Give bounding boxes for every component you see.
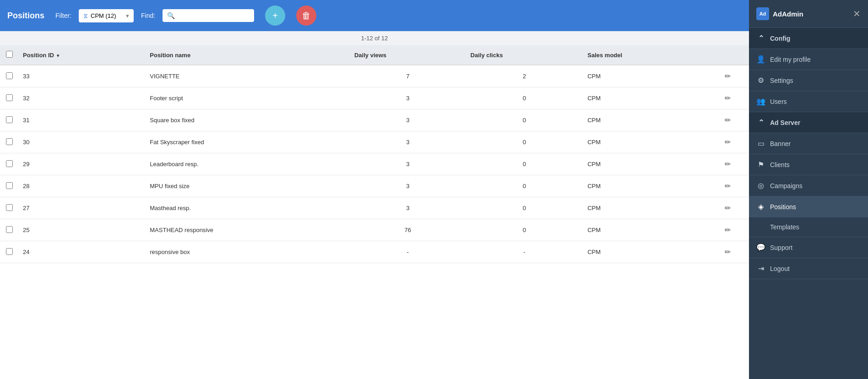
cell-position-id: 29 — [18, 153, 145, 175]
row-checkbox[interactable] — [6, 116, 13, 123]
cell-position-name: Footer script — [145, 87, 350, 109]
sidebar-item-support[interactable]: 💬 Support — [749, 237, 868, 258]
settings-icon: ⚙ — [756, 76, 765, 85]
cell-position-name: responsive box — [145, 241, 350, 263]
row-checkbox[interactable] — [6, 72, 13, 79]
sidebar-section-label: Config — [770, 35, 790, 42]
sort-arrow-icon: ▾ — [57, 53, 59, 58]
sidebar-close-button[interactable]: ✕ — [853, 9, 861, 18]
support-icon: 💬 — [756, 243, 765, 252]
edit-profile-icon: 👤 — [756, 55, 765, 64]
cell-edit[interactable]: ✏ — [706, 65, 749, 87]
chevron-down-icon: ▾ — [126, 12, 129, 19]
sidebar-item-banner[interactable]: ▭ Banner — [749, 133, 868, 154]
cell-position-id: 24 — [18, 241, 145, 263]
cell-edit[interactable]: ✏ — [706, 219, 749, 241]
cell-edit[interactable]: ✏ — [706, 131, 749, 153]
cell-sales-model: CPM — [583, 131, 706, 153]
cell-position-id: 30 — [18, 131, 145, 153]
table-body: 33 VIGNETTE 7 2 CPM ✏ 32 Footer script 3… — [0, 65, 749, 263]
sidebar-header-left: Ad AdAdmin — [756, 7, 803, 20]
filter-dropdown[interactable]: ⧖ CPM (12) ▾ — [79, 9, 134, 22]
cell-sales-model: CPM — [583, 109, 706, 131]
config-icon: ⌃ — [756, 34, 765, 43]
sidebar-item-clients[interactable]: ⚑ Clients — [749, 154, 868, 175]
cell-edit[interactable]: ✏ — [706, 109, 749, 131]
cell-edit[interactable]: ✏ — [706, 197, 749, 219]
cell-position-id: 33 — [18, 65, 145, 87]
edit-icon[interactable]: ✏ — [725, 72, 731, 80]
edit-icon[interactable]: ✏ — [725, 94, 731, 102]
cell-sales-model: CPM — [583, 65, 706, 87]
row-checkbox[interactable] — [6, 138, 13, 145]
cell-daily-views: 3 — [350, 109, 466, 131]
cell-position-name: Fat Skyscraper fixed — [145, 131, 350, 153]
cell-daily-views: 76 — [350, 219, 466, 241]
cell-daily-views: 3 — [350, 153, 466, 175]
search-input[interactable] — [178, 12, 250, 19]
cell-daily-clicks: 0 — [466, 153, 583, 175]
row-checkbox[interactable] — [6, 94, 13, 101]
edit-icon[interactable]: ✏ — [725, 248, 731, 256]
sidebar-header: Ad AdAdmin ✕ — [749, 0, 868, 28]
ad-server-icon: ⌃ — [756, 118, 765, 127]
cell-position-id: 31 — [18, 109, 145, 131]
cell-daily-clicks: 2 — [466, 65, 583, 87]
row-checkbox[interactable] — [6, 204, 13, 211]
row-checkbox-cell — [0, 219, 18, 241]
cell-sales-model: CPM — [583, 241, 706, 263]
th-position-id[interactable]: Position ID ▾ — [18, 45, 145, 65]
cell-sales-model: CPM — [583, 153, 706, 175]
sidebar-item-label: Clients — [770, 161, 790, 168]
sidebar-item-users[interactable]: 👥 Users — [749, 91, 868, 112]
cell-sales-model: CPM — [583, 87, 706, 109]
sidebar-items-container: ⌃ Config 👤 Edit my profile ⚙ Settings 👥 … — [749, 28, 868, 279]
sidebar-item-label: Positions — [770, 203, 796, 211]
sidebar-item-templates[interactable]: Templates — [749, 217, 868, 237]
cell-daily-clicks: 0 — [466, 175, 583, 197]
edit-icon[interactable]: ✏ — [725, 116, 731, 124]
cell-edit[interactable]: ✏ — [706, 175, 749, 197]
edit-icon[interactable]: ✏ — [725, 204, 731, 212]
row-checkbox[interactable] — [6, 182, 13, 189]
delete-button[interactable]: 🗑 — [296, 5, 316, 26]
sidebar-item-label: Campaigns — [770, 182, 803, 190]
sidebar-section-ad-server[interactable]: ⌃ Ad Server — [749, 112, 868, 133]
cell-sales-model: CPM — [583, 175, 706, 197]
cell-edit[interactable]: ✏ — [706, 87, 749, 109]
sidebar-item-settings[interactable]: ⚙ Settings — [749, 70, 868, 91]
search-icon: 🔍 — [167, 12, 175, 19]
row-checkbox[interactable] — [6, 160, 13, 167]
cell-daily-views: 3 — [350, 175, 466, 197]
edit-icon[interactable]: ✏ — [725, 182, 731, 190]
sidebar-item-positions[interactable]: ◈ Positions — [749, 196, 868, 217]
pagination-text: 1-12 of 12 — [361, 35, 388, 42]
sidebar-item-edit-profile[interactable]: 👤 Edit my profile — [749, 49, 868, 70]
sidebar-section-config[interactable]: ⌃ Config — [749, 28, 868, 49]
row-checkbox[interactable] — [6, 226, 13, 233]
th-position-name: Position name — [145, 45, 350, 65]
top-bar: Positions Filter: ⧖ CPM (12) ▾ Find: 🔍 +… — [0, 0, 749, 31]
table-row: 24 responsive box - - CPM ✏ — [0, 241, 749, 263]
cell-daily-clicks: - — [466, 241, 583, 263]
add-button[interactable]: + — [265, 5, 285, 26]
cell-sales-model: CPM — [583, 219, 706, 241]
sidebar: Ad AdAdmin ✕ ⌃ Config 👤 Edit my profile … — [749, 0, 868, 379]
sidebar-item-campaigns[interactable]: ◎ Campaigns — [749, 175, 868, 196]
cell-daily-views: 7 — [350, 65, 466, 87]
row-checkbox-cell — [0, 175, 18, 197]
edit-icon[interactable]: ✏ — [725, 226, 731, 234]
cell-position-name: Square box fixed — [145, 109, 350, 131]
edit-icon[interactable]: ✏ — [725, 160, 731, 168]
cell-edit[interactable]: ✏ — [706, 153, 749, 175]
filter-value: CPM (12) — [91, 12, 116, 19]
cell-edit[interactable]: ✏ — [706, 241, 749, 263]
cell-position-name: Masthead resp. — [145, 197, 350, 219]
sidebar-item-logout[interactable]: ⇥ Logout — [749, 258, 868, 279]
row-checkbox[interactable] — [6, 248, 13, 255]
select-all-checkbox[interactable] — [6, 51, 13, 58]
cell-daily-clicks: 0 — [466, 109, 583, 131]
cell-position-name: Leaderboard resp. — [145, 153, 350, 175]
table-row: 33 VIGNETTE 7 2 CPM ✏ — [0, 65, 749, 87]
edit-icon[interactable]: ✏ — [725, 138, 731, 146]
